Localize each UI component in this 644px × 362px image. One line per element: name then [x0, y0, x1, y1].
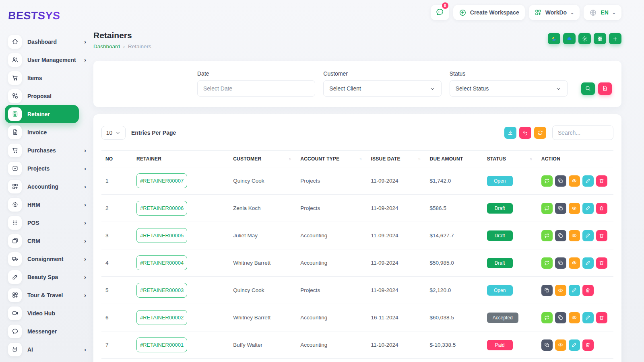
edit-icon — [585, 315, 590, 320]
edit-button[interactable] — [569, 285, 580, 296]
view-button[interactable] — [555, 285, 566, 296]
sidebar-item-label: Projects — [27, 165, 78, 172]
entries-per-page-select[interactable]: 10 — [101, 126, 126, 140]
edit-button[interactable] — [582, 257, 594, 269]
retainers-table: NO RETAINER CUSTOMER↑↓ ACCOUNT TYPE↑↓ IS… — [101, 150, 613, 359]
convert-button[interactable] — [541, 203, 553, 214]
delete-button[interactable] — [596, 175, 607, 187]
create-workspace-button[interactable]: Create Workspace — [453, 5, 525, 20]
sidebar-item-proposal[interactable]: Proposal — [0, 87, 93, 105]
column-header-status[interactable]: STATUS↑↓ — [483, 151, 537, 167]
delete-button[interactable] — [596, 230, 607, 241]
sidebar-item-user-management[interactable]: User Management › — [0, 51, 93, 69]
view-button[interactable] — [569, 175, 580, 187]
sidebar-item-crm[interactable]: CRM › — [0, 232, 93, 250]
retainer-number-link[interactable]: #RETAINER00007 — [136, 173, 187, 188]
date-input[interactable] — [203, 85, 309, 92]
sidebar-item-accounting[interactable]: Accounting › — [0, 177, 93, 195]
settings-button[interactable] — [578, 33, 591, 44]
view-button[interactable] — [555, 339, 566, 351]
status-badge: Open — [487, 285, 513, 296]
retainer-number-link[interactable]: #RETAINER00001 — [136, 337, 187, 352]
entries-value: 10 — [106, 130, 113, 136]
brush-icon — [8, 270, 22, 284]
messages-button[interactable]: 0 — [431, 5, 449, 20]
projects-icon — [8, 162, 22, 175]
duplicate-button[interactable] — [555, 175, 566, 187]
truck-icon — [12, 255, 19, 262]
convert-icon — [544, 178, 549, 183]
workspace-dropdown[interactable]: WorkDo ⌄ — [529, 5, 580, 20]
sidebar-item-projects[interactable]: Projects › — [0, 159, 93, 177]
view-button[interactable] — [569, 257, 580, 269]
convert-button[interactable] — [541, 257, 553, 269]
column-header-customer[interactable]: CUSTOMER↑↓ — [229, 151, 296, 167]
sidebar-item-label: Messenger — [27, 328, 86, 335]
sidebar-item-invoice[interactable]: Invoice — [0, 123, 93, 141]
retainer-number-link[interactable]: #RETAINER00002 — [136, 310, 187, 325]
retainer-number-link[interactable]: #RETAINER00005 — [136, 228, 187, 243]
sidebar-item-consignment[interactable]: Consignment › — [0, 250, 93, 268]
customer-select[interactable]: Select Client — [323, 80, 441, 97]
delete-button[interactable] — [596, 312, 607, 323]
convert-button[interactable] — [541, 175, 553, 187]
page-header: Retainers Dashboard › Retainers — [93, 31, 621, 49]
status-select[interactable]: Select Status — [450, 80, 568, 97]
export-button[interactable] — [504, 127, 516, 139]
duplicate-button[interactable] — [541, 285, 553, 296]
cell-account-type: Projects — [296, 167, 367, 195]
sidebar-item-messenger[interactable]: Messenger — [0, 322, 93, 340]
undo-button[interactable] — [519, 127, 531, 139]
retainer-number-link[interactable]: #RETAINER00004 — [136, 255, 187, 270]
language-dropdown[interactable]: EN ⌄ — [584, 5, 621, 20]
onedrive-button[interactable] — [563, 33, 576, 44]
retainer-number-link[interactable]: #RETAINER00006 — [136, 201, 187, 216]
grid-button[interactable] — [594, 33, 606, 44]
chat-icon — [436, 8, 444, 16]
edit-button[interactable] — [582, 312, 594, 323]
edit-button[interactable] — [582, 230, 594, 241]
table-search-input[interactable] — [552, 125, 613, 140]
duplicate-button[interactable] — [541, 339, 553, 351]
delete-button[interactable] — [582, 285, 594, 296]
sidebar-item-beauty-spa[interactable]: Beauty Spa › — [0, 268, 93, 286]
convert-button[interactable] — [541, 312, 553, 323]
reset-filter-button[interactable] — [598, 82, 612, 95]
sidebar-item-tour-travel[interactable]: Tour & Travel › — [0, 286, 93, 304]
date-input-wrap — [197, 80, 315, 97]
grid-icon — [597, 36, 603, 42]
sidebar-item-ai[interactable]: AI › — [0, 340, 93, 358]
duplicate-button[interactable] — [555, 312, 566, 323]
delete-button[interactable] — [596, 257, 607, 269]
view-button[interactable] — [569, 230, 580, 241]
cart-icon — [12, 74, 19, 81]
edit-button[interactable] — [569, 339, 580, 351]
edit-button[interactable] — [582, 203, 594, 214]
sidebar-item-dashboard[interactable]: Dashboard › — [0, 33, 93, 51]
sidebar-item-pos[interactable]: POS › — [0, 214, 93, 232]
view-button[interactable] — [569, 203, 580, 214]
edit-button[interactable] — [582, 175, 594, 187]
breadcrumb-dashboard-link[interactable]: Dashboard — [93, 43, 120, 49]
delete-button[interactable] — [596, 203, 607, 214]
add-retainer-button[interactable] — [609, 33, 621, 44]
column-header-account-type[interactable]: ACCOUNT TYPE↑↓ — [296, 151, 367, 167]
view-button[interactable] — [569, 312, 580, 323]
sidebar-item-retainer[interactable]: Retainer — [5, 105, 79, 123]
google-drive-button[interactable] — [548, 33, 560, 44]
duplicate-button[interactable] — [555, 203, 566, 214]
duplicate-button[interactable] — [555, 257, 566, 269]
retainer-number-link[interactable]: #RETAINER00003 — [136, 283, 187, 298]
sidebar-item-video-hub[interactable]: Video Hub — [0, 304, 93, 322]
sidebar-item-purchases[interactable]: Purchases › — [0, 141, 93, 159]
delete-button[interactable] — [582, 339, 594, 351]
convert-icon — [544, 315, 549, 320]
apply-filter-button[interactable] — [581, 82, 595, 95]
sidebar-item-hrm[interactable]: HRM › — [0, 195, 93, 214]
duplicate-button[interactable] — [555, 230, 566, 241]
sidebar-item-items[interactable]: Items — [0, 69, 93, 87]
edit-icon — [585, 233, 590, 238]
convert-button[interactable] — [541, 230, 553, 241]
column-header-issue-date[interactable]: ISSUE DATE↑↓ — [367, 151, 425, 167]
refresh-button[interactable] — [534, 127, 546, 139]
